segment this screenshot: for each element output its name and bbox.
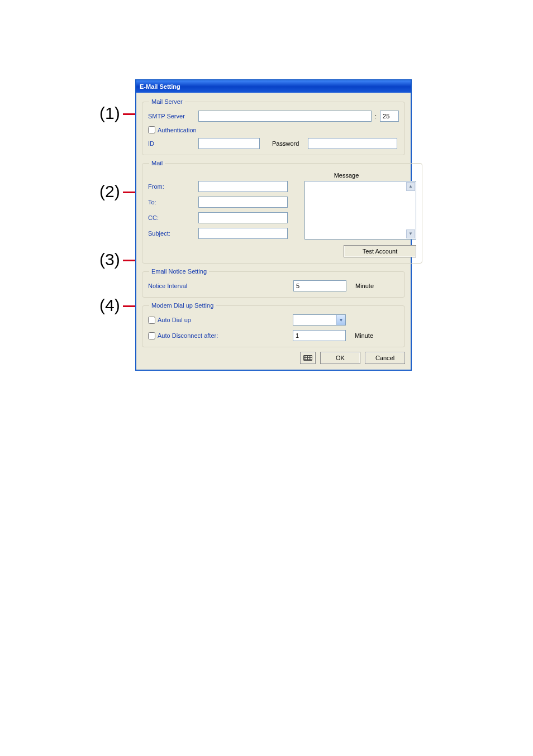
callout-2: (2) <box>99 182 120 201</box>
subject-input[interactable] <box>198 228 288 239</box>
authentication-checkbox[interactable] <box>148 126 155 133</box>
auto-disconnect-input[interactable] <box>293 330 346 341</box>
smtp-port-colon: : <box>375 113 377 119</box>
email-setting-dialog: E-Mail Setting Mail Server SMTP Server :… <box>135 79 412 371</box>
label-smtp-server: SMTP Server <box>148 113 198 119</box>
auto-dialup-selected <box>293 315 336 325</box>
auto-dialup-combo[interactable]: ▼ <box>293 314 346 326</box>
callout-1: (1) <box>99 104 120 123</box>
label-notice-interval: Notice Interval <box>148 283 293 289</box>
scroll-down-icon[interactable]: ▼ <box>406 229 415 238</box>
legend-mail-server: Mail Server <box>149 98 185 105</box>
group-mail-server: Mail Server SMTP Server : Authentication… <box>142 98 405 155</box>
label-message-header: Message <box>148 172 416 179</box>
virtual-keyboard-button[interactable] <box>300 352 316 364</box>
from-input[interactable] <box>198 181 288 192</box>
auto-dialup-checkbox[interactable] <box>148 317 155 324</box>
group-email-notice: Email Notice Setting Notice Interval Min… <box>142 268 405 298</box>
legend-mail: Mail <box>149 160 165 166</box>
callout-4: (4) <box>99 296 120 315</box>
auto-disconnect-checkbox[interactable] <box>148 332 155 339</box>
callout-3: (3) <box>99 250 120 269</box>
cc-input[interactable] <box>198 212 288 223</box>
label-notice-unit: Minute <box>355 283 374 289</box>
cancel-button[interactable]: Cancel <box>365 352 405 364</box>
label-from: From: <box>148 183 198 190</box>
password-input[interactable] <box>308 138 397 149</box>
label-authentication: Authentication <box>158 127 197 133</box>
window-title: E-Mail Setting <box>140 83 180 90</box>
label-subject: Subject: <box>148 230 198 237</box>
group-modem-dialup: Modem Dial up Setting Auto Dial up ▼ Aut… <box>142 302 405 347</box>
test-account-button[interactable]: Test Account <box>344 245 416 257</box>
label-auto-disconnect-unit: Minute <box>355 332 373 339</box>
smtp-port-input[interactable] <box>380 111 399 122</box>
smtp-server-input[interactable] <box>198 111 372 122</box>
label-auto-dialup: Auto Dial up <box>158 317 293 323</box>
message-textarea[interactable]: ▲ ▼ <box>304 181 416 240</box>
id-input[interactable] <box>198 138 260 149</box>
ok-button[interactable]: OK <box>320 352 360 364</box>
label-password: Password <box>272 140 299 147</box>
label-to: To: <box>148 199 198 205</box>
label-id: ID <box>148 140 198 147</box>
label-auto-disconnect: Auto Disconnect after: <box>158 332 293 339</box>
legend-modem-dialup: Modem Dial up Setting <box>149 302 216 309</box>
notice-interval-input[interactable] <box>293 280 346 291</box>
legend-email-notice: Email Notice Setting <box>149 268 209 275</box>
to-input[interactable] <box>198 197 288 208</box>
group-mail: Mail Message From: To: CC: <box>142 160 422 264</box>
chevron-down-icon[interactable]: ▼ <box>336 315 345 325</box>
title-bar: E-Mail Setting <box>136 80 411 93</box>
label-cc: CC: <box>148 214 198 221</box>
keyboard-icon <box>303 355 312 361</box>
scroll-up-icon[interactable]: ▲ <box>406 182 415 191</box>
